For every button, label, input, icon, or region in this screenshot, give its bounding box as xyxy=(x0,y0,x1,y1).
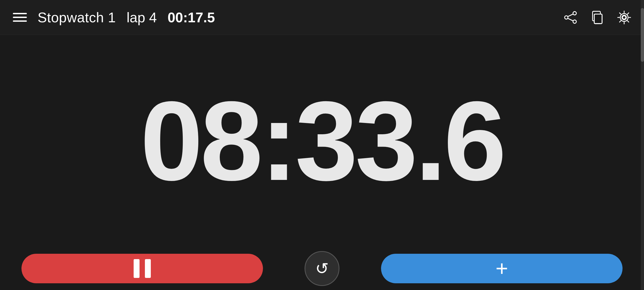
svg-point-9 xyxy=(620,13,628,21)
reset-icon: ↺ xyxy=(315,259,329,278)
svg-line-3 xyxy=(568,14,573,16)
settings-icon[interactable] xyxy=(617,10,631,24)
svg-point-0 xyxy=(573,12,576,15)
app-title: Stopwatch 1 xyxy=(38,9,116,26)
pause-button[interactable] xyxy=(21,254,263,283)
timer-display: 08:33.6 xyxy=(140,85,504,197)
lap-time: 00:17.5 xyxy=(167,9,215,26)
lap-button[interactable]: + xyxy=(381,254,623,283)
svg-point-2 xyxy=(565,16,568,19)
scrollbar-thumb xyxy=(641,8,644,62)
svg-point-10 xyxy=(623,16,626,19)
top-bar-right xyxy=(564,10,631,24)
timer-container: 08:33.6 xyxy=(0,35,644,247)
scrollbar[interactable] xyxy=(641,0,644,290)
pause-icon xyxy=(134,259,151,278)
svg-line-4 xyxy=(568,18,573,21)
lap-info: lap 4 xyxy=(127,9,157,26)
top-bar-left: Stopwatch 1 lap 4 00:17.5 xyxy=(13,9,215,26)
save-icon[interactable] xyxy=(590,10,604,24)
menu-icon[interactable] xyxy=(13,13,27,22)
share-icon[interactable] xyxy=(564,10,577,24)
svg-rect-6 xyxy=(594,14,602,23)
reset-button[interactable]: ↺ xyxy=(305,251,339,286)
controls-bar: ↺ + xyxy=(0,247,644,290)
svg-point-1 xyxy=(573,20,576,23)
pause-bar-left xyxy=(134,259,140,278)
pause-bar-right xyxy=(145,259,151,278)
plus-icon: + xyxy=(496,258,508,279)
top-bar: Stopwatch 1 lap 4 00:17.5 xyxy=(0,0,644,35)
